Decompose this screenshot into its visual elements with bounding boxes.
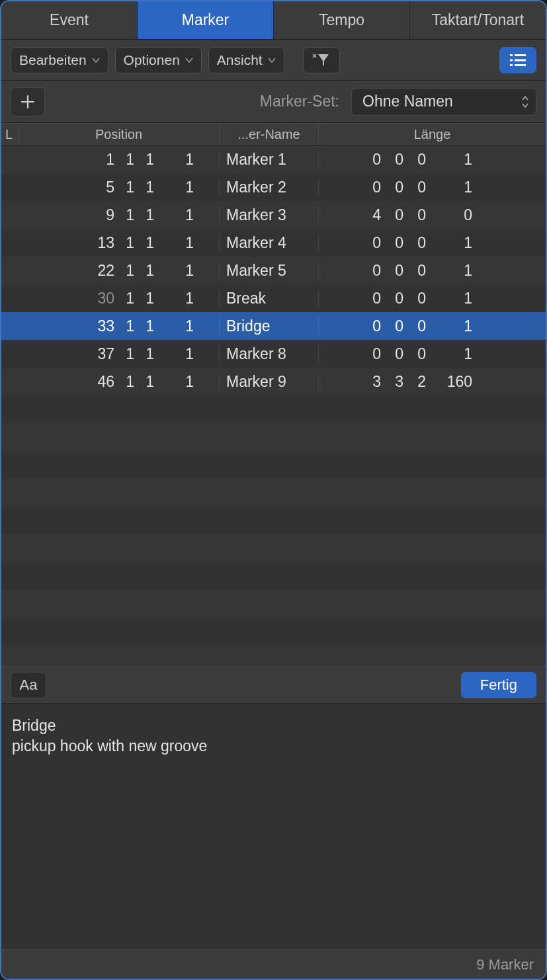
cell-length[interactable]: 0001 [319, 179, 546, 196]
table-row[interactable]: 33111Bridge0001 [1, 312, 546, 340]
marker-set-label: Marker-Set: [260, 93, 339, 110]
table-row-empty [1, 395, 546, 423]
list-view-button[interactable] [499, 47, 536, 73]
cell-length[interactable]: 0001 [319, 290, 546, 307]
table-row-empty [1, 645, 546, 667]
cell-position[interactable]: 37111 [19, 345, 220, 363]
cell-name[interactable]: Marker 8 [220, 345, 319, 363]
chevron-down-icon [185, 56, 193, 64]
marker-set-row: Marker-Set: Ohne Namen [1, 81, 546, 123]
cell-position[interactable]: 9111 [19, 206, 220, 224]
status-text: 9 Marker [476, 956, 534, 973]
tabs: EventMarkerTempoTaktart/Tonart [1, 1, 546, 40]
table-row[interactable]: 9111Marker 34000 [1, 201, 546, 229]
table-row[interactable]: 5111Marker 20001 [1, 173, 546, 201]
cell-name[interactable]: Marker 4 [220, 234, 319, 252]
view-menu[interactable]: Ansicht [208, 47, 284, 73]
table-row[interactable]: 22111Marker 50001 [1, 257, 546, 284]
cell-position[interactable]: 22111 [19, 262, 220, 280]
table-row[interactable]: 37111Marker 80001 [1, 340, 546, 368]
cell-length[interactable]: 332160 [319, 373, 546, 391]
filter-button[interactable] [303, 47, 340, 73]
svg-rect-5 [515, 64, 526, 66]
toolbar: Bearbeiten Optionen Ansicht [1, 40, 546, 81]
table-row[interactable]: 1111Marker 10001 [1, 145, 546, 173]
cell-length[interactable]: 0001 [319, 345, 546, 363]
svg-rect-2 [510, 59, 513, 61]
chevron-down-icon [92, 56, 100, 64]
cell-position[interactable]: 46111 [19, 373, 220, 391]
tab-taktart-tonart[interactable]: Taktart/Tonart [410, 1, 546, 39]
cell-name[interactable]: Marker 3 [220, 206, 319, 224]
cell-position[interactable]: 5111 [19, 179, 220, 196]
font-button-label: Aa [20, 676, 38, 694]
cell-position[interactable]: 1111 [19, 151, 220, 169]
options-menu-label: Optionen [124, 52, 180, 68]
font-button[interactable]: Aa [11, 672, 46, 698]
cell-position[interactable]: 33111 [19, 317, 220, 335]
cell-name[interactable]: Bridge [220, 317, 319, 335]
svg-rect-3 [515, 59, 526, 61]
done-button-label: Fertig [480, 676, 517, 694]
cell-name[interactable]: Marker 5 [220, 262, 319, 280]
tab-tempo[interactable]: Tempo [274, 1, 410, 39]
table-row-empty [1, 507, 546, 534]
table-row-empty [1, 423, 546, 451]
marker-set-select[interactable]: Ohne Namen [351, 88, 536, 116]
cell-name[interactable]: Marker 2 [220, 179, 319, 196]
table-row-empty [1, 479, 546, 507]
table-row[interactable]: 46111Marker 9332160 [1, 368, 546, 395]
cell-length[interactable]: 0001 [319, 234, 546, 252]
table-row-empty [1, 590, 546, 618]
cell-length[interactable]: 0001 [319, 317, 546, 335]
table-row-empty [1, 618, 546, 645]
header-name[interactable]: ...er-Name [220, 124, 319, 145]
cell-name[interactable]: Marker 9 [220, 373, 319, 391]
cell-length[interactable]: 4000 [319, 206, 546, 224]
table-row-empty [1, 562, 546, 590]
header-lock[interactable]: L [1, 124, 19, 145]
status-bar: 9 Marker [1, 950, 546, 979]
cell-position[interactable]: 30111 [19, 290, 220, 307]
chevron-down-icon [268, 56, 276, 64]
notes-area[interactable]: Bridge pickup hook with new groove [1, 704, 546, 950]
table-row[interactable]: 13111Marker 40001 [1, 229, 546, 257]
updown-icon [521, 95, 529, 108]
cell-name[interactable]: Marker 1 [220, 151, 319, 169]
svg-rect-0 [510, 54, 513, 56]
table-row-empty [1, 534, 546, 562]
plus-icon [21, 95, 35, 109]
column-headers: L Position ...er-Name Länge [1, 123, 546, 145]
svg-rect-1 [515, 54, 526, 56]
table-row[interactable]: 30111Break0001 [1, 284, 546, 312]
header-length[interactable]: Länge [319, 124, 546, 145]
tab-marker[interactable]: Marker [138, 1, 274, 39]
header-position[interactable]: Position [19, 124, 220, 145]
edit-menu-label: Bearbeiten [19, 52, 87, 68]
marker-window: EventMarkerTempoTaktart/Tonart Bearbeite… [0, 0, 547, 980]
marker-set-value: Ohne Namen [362, 93, 453, 110]
marker-table[interactable]: 1111Marker 100015111Marker 200019111Mark… [1, 145, 546, 667]
cell-length[interactable]: 0001 [319, 151, 546, 169]
filter-icon [312, 53, 331, 67]
cell-length[interactable]: 0001 [319, 262, 546, 280]
notes-toolbar: Aa Fertig [1, 667, 546, 704]
add-button[interactable] [11, 87, 45, 116]
edit-menu[interactable]: Bearbeiten [11, 47, 108, 73]
svg-rect-4 [510, 64, 513, 66]
cell-name[interactable]: Break [220, 290, 319, 307]
list-icon [510, 54, 526, 66]
cell-position[interactable]: 13111 [19, 234, 220, 252]
tab-event[interactable]: Event [1, 1, 138, 39]
table-row-empty [1, 451, 546, 479]
options-menu[interactable]: Optionen [115, 47, 202, 73]
view-menu-label: Ansicht [217, 52, 263, 68]
done-button[interactable]: Fertig [461, 672, 536, 698]
